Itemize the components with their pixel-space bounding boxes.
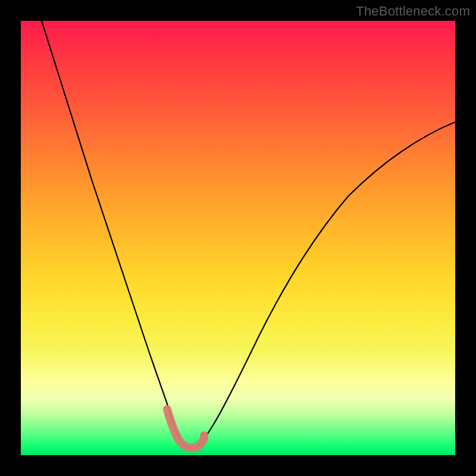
bottleneck-curve: [42, 21, 455, 448]
highlight-dot: [200, 431, 208, 440]
chart-frame: TheBottleneck.com: [0, 0, 476, 476]
highlight-segment: [167, 409, 204, 448]
curve-layer: [21, 21, 455, 455]
plot-area: [21, 21, 455, 455]
watermark-text: TheBottleneck.com: [356, 4, 470, 19]
